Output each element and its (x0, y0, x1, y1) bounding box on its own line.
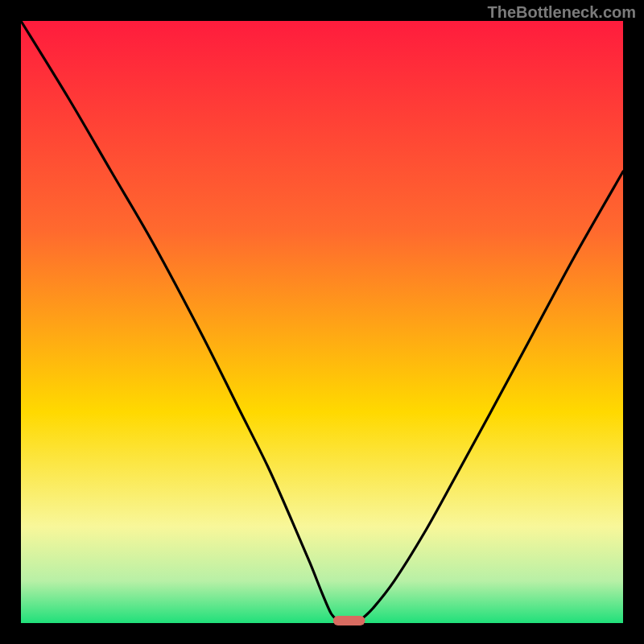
plot-area (21, 21, 623, 625)
attribution-text: TheBottleneck.com (488, 3, 636, 22)
minimum-marker (333, 616, 365, 625)
gradient-background (21, 21, 623, 623)
bottleneck-chart (0, 0, 644, 644)
